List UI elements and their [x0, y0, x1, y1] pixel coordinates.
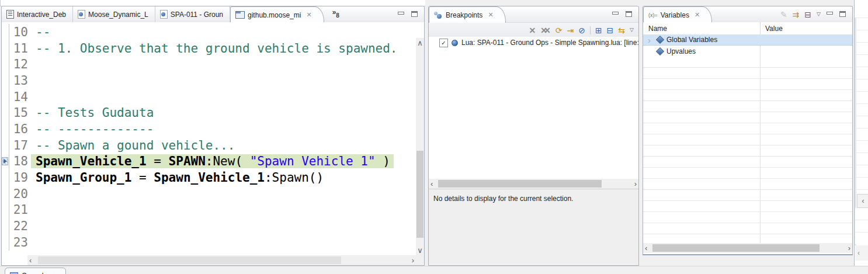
editor-window-buttons: [394, 6, 424, 22]
tab-breakpoints[interactable]: Breakpoints ✕: [429, 6, 506, 23]
tab-spa-011[interactable]: SPA-011 - Groun: [155, 6, 230, 22]
more-editors-chevron[interactable]: » 8: [332, 6, 339, 22]
annotation-ruler[interactable]: [2, 137, 9, 154]
variable-row[interactable]: Upvalues: [643, 46, 852, 57]
view-menu-icon[interactable]: ▽: [817, 12, 821, 17]
code-line-15[interactable]: 15-- Tests Gudauta: [2, 105, 416, 121]
variable-row[interactable]: ›Global Variables: [643, 34, 852, 46]
toolbar-separator: [590, 26, 591, 34]
scroll-left-icon[interactable]: ‹: [645, 244, 647, 252]
scroll-right-icon[interactable]: ›: [634, 180, 637, 188]
variables-horizontal-scrollbar[interactable]: ‹ ›: [643, 243, 852, 253]
tab-moose-dynamic[interactable]: Moose_Dynamic_L: [73, 6, 155, 22]
annotation-ruler[interactable]: [2, 154, 9, 170]
code-line-12[interactable]: 12: [2, 56, 416, 72]
scroll-down-icon[interactable]: ∨: [417, 247, 423, 254]
code-token: Spawn_Vehicle_1: [36, 154, 147, 168]
maximize-icon[interactable]: [625, 11, 633, 18]
show-supported-breakpoints-icon[interactable]: ⟳: [555, 26, 563, 34]
code-line-22[interactable]: 22: [2, 218, 416, 234]
annotation-ruler[interactable]: [2, 24, 9, 40]
annotation-ruler[interactable]: [2, 218, 9, 234]
annotation-ruler[interactable]: [2, 105, 9, 121]
scroll-up-icon[interactable]: ∧: [417, 39, 423, 47]
tab-label: github.moose_mi: [248, 11, 301, 19]
minimize-icon[interactable]: [397, 11, 405, 18]
annotation-ruler[interactable]: [2, 40, 9, 57]
collapse-all-icon[interactable]: ⊟: [804, 11, 811, 19]
code-line-21[interactable]: 21: [2, 202, 416, 218]
annotation-ruler[interactable]: [2, 202, 9, 218]
breakpoint-details: No details to display for the current se…: [429, 189, 638, 265]
bottom-view-strip: Console ✕: [0, 266, 868, 274]
breakpoint-row[interactable]: ✓Lua: SPA-011 - Ground Ops - Simple Spaw…: [429, 37, 638, 48]
column-header-value[interactable]: Value: [760, 22, 852, 34]
editor-tabbar: Interactive_Deb Moose_Dynamic_L SPA-011 …: [2, 6, 424, 23]
column-header-name[interactable]: Name: [643, 25, 760, 33]
tab-github-moose-mi[interactable]: github.moose_mi ✕: [230, 6, 324, 23]
annotation-ruler[interactable]: [2, 89, 9, 105]
close-icon[interactable]: ✕: [695, 11, 700, 19]
code-line-11[interactable]: 11-- 1. Observe that the ground vehicle …: [2, 40, 416, 57]
code-line-18[interactable]: 18Spawn_Vehicle_1 = SPAWN:New( "Spawn Ve…: [2, 154, 416, 170]
tab-console[interactable]: Console ✕: [5, 268, 66, 274]
scroll-left-icon[interactable]: ‹: [857, 249, 860, 257]
close-icon[interactable]: ✕: [53, 272, 58, 274]
remove-all-breakpoints-icon[interactable]: ✕✕: [540, 26, 550, 34]
scroll-right-icon[interactable]: ›: [848, 244, 850, 252]
collapse-all-icon[interactable]: ⊟: [607, 26, 614, 34]
code-editor[interactable]: 10--11-- 1. Observe that the ground vehi…: [2, 22, 416, 255]
code-line-14[interactable]: 14: [2, 89, 416, 105]
close-icon[interactable]: ✕: [306, 11, 311, 19]
annotation-ruler[interactable]: [2, 121, 9, 137]
clipped-scrollbar[interactable]: ‹: [855, 245, 868, 261]
remove-breakpoint-icon[interactable]: ✕: [529, 26, 536, 34]
minimize-icon[interactable]: [612, 11, 619, 18]
variables-tabbar: (x)= Variables ✕ ✎ ⇉ ⊟ ▽: [643, 6, 852, 23]
scroll-left-icon[interactable]: ‹: [430, 180, 433, 188]
tree-expand-icon[interactable]: ›: [648, 36, 654, 44]
annotation-ruler[interactable]: [2, 186, 9, 202]
annotation-ruler[interactable]: [2, 56, 9, 72]
code-token: -- Tests Gudauta: [36, 106, 154, 120]
code-line-23[interactable]: 23: [2, 234, 416, 251]
annotation-ruler[interactable]: [2, 72, 9, 89]
show-type-names-icon[interactable]: ✎: [780, 11, 787, 19]
line-number: 19: [9, 171, 31, 185]
maximize-icon[interactable]: [411, 11, 418, 18]
breakpoint-checkbox[interactable]: ✓: [439, 39, 448, 47]
go-to-file-icon[interactable]: ⇥: [567, 26, 574, 34]
code-line-13[interactable]: 13: [2, 72, 416, 89]
scrollbar-thumb[interactable]: [652, 244, 820, 252]
view-menu-icon[interactable]: ▽: [630, 27, 634, 33]
scroll-left-icon[interactable]: ‹: [29, 256, 32, 264]
variables-panel: (x)= Variables ✕ ✎ ⇉ ⊟ ▽ Name Value ›Glo…: [643, 6, 853, 255]
scrollbar-thumb[interactable]: [438, 180, 602, 188]
editor-vertical-scrollbar[interactable]: ∧ ∨: [416, 38, 424, 255]
breakpoints-horizontal-scrollbar[interactable]: ‹ ›: [429, 179, 638, 189]
code-line-19[interactable]: 19Spawn_Group_1 = Spawn_Vehicle_1:Spawn(…: [2, 169, 416, 186]
maximize-icon[interactable]: [839, 11, 846, 18]
scroll-right-icon[interactable]: ›: [412, 256, 414, 264]
skip-all-breakpoints-icon[interactable]: ⊘: [578, 26, 585, 34]
code-line-17[interactable]: 17-- Spawn a gound vehicle...: [2, 137, 416, 154]
code-line-10[interactable]: 10--: [2, 24, 416, 40]
tab-variables[interactable]: (x)= Variables ✕: [643, 6, 712, 23]
link-with-debug-icon[interactable]: ⇆: [618, 26, 625, 34]
close-icon[interactable]: ✕: [488, 11, 493, 19]
tab-interactive-deb[interactable]: Interactive_Deb: [2, 6, 73, 22]
editor-horizontal-scrollbar[interactable]: ‹ ›: [27, 255, 416, 265]
code-line-16[interactable]: 16-- -------------: [2, 121, 416, 137]
minimize-icon[interactable]: [826, 11, 834, 18]
expand-all-icon[interactable]: ⊞: [595, 26, 602, 34]
annotation-ruler[interactable]: [2, 169, 9, 186]
show-logical-structure-icon[interactable]: ⇉: [793, 11, 800, 19]
code-token: :New(: [206, 154, 250, 168]
clipped-panel-strip: ‹ ‹: [854, 0, 868, 266]
scrollbar-thumb[interactable]: [38, 256, 341, 264]
code-line-20[interactable]: 20: [2, 186, 416, 202]
annotation-ruler[interactable]: [2, 234, 9, 251]
scrollbar-thumb[interactable]: [416, 151, 423, 238]
line-number: 18: [9, 154, 31, 168]
scroll-left-icon[interactable]: ‹: [857, 194, 868, 208]
